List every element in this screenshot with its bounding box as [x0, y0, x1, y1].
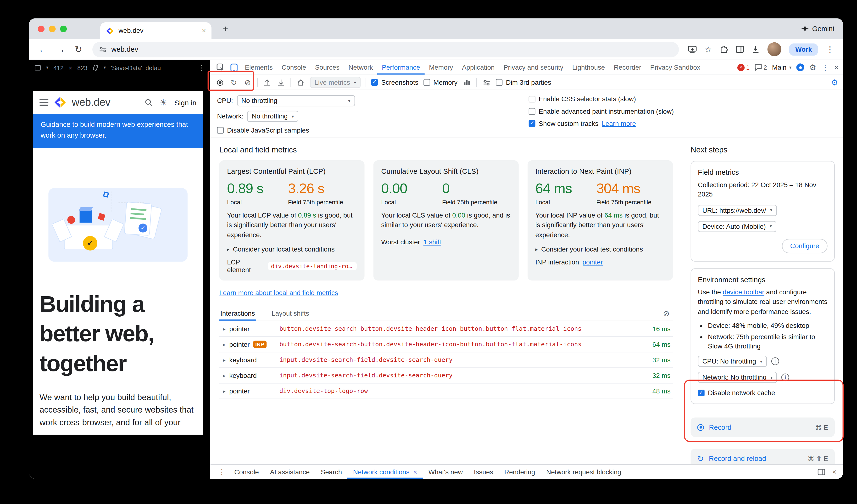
gauge-icon[interactable] [482, 78, 491, 87]
account-icon[interactable] [796, 63, 804, 71]
cls-worst-link[interactable]: 1 shift [423, 238, 441, 246]
field-url-select[interactable]: URL: https://web.dev/ ▾ [698, 205, 777, 216]
memory-checkbox[interactable]: Memory [423, 79, 457, 86]
devtools-settings-gear-icon[interactable]: ⚙ [809, 63, 816, 72]
maximize-window-button[interactable] [60, 26, 67, 32]
chevron-right-icon[interactable]: ▸ [219, 373, 229, 379]
interaction-selector[interactable]: div.devsite-top-logo-row [280, 387, 638, 394]
clear-icon[interactable]: ⊘ [243, 78, 252, 87]
cpu-throttle-select[interactable]: No throttling ▾ [237, 95, 355, 106]
devtools-close-icon[interactable]: × [834, 63, 839, 72]
custom-tracks-checkbox[interactable]: Show custom tracks Learn more [529, 120, 674, 128]
close-window-button[interactable] [38, 26, 45, 32]
interaction-selector[interactable]: button.devsite-search-button.devsite-hea… [280, 325, 638, 332]
back-button[interactable]: ← [34, 41, 51, 57]
chevron-down-icon[interactable]: ▾ [104, 65, 106, 70]
screenshots-checkbox[interactable]: Screenshots [371, 79, 418, 86]
configure-button[interactable]: Configure [782, 239, 827, 253]
history-select[interactable]: Live metrics ▾ [310, 77, 361, 88]
tab-interactions[interactable]: Interactions [219, 306, 256, 321]
drawer-tab-console[interactable]: Console [229, 465, 264, 478]
drawer-tab-whats-new[interactable]: What's new [423, 465, 468, 478]
interaction-selector[interactable]: input.devsite-search-field.devsite-searc… [280, 372, 638, 379]
tab-performance[interactable]: Performance [377, 60, 424, 74]
learn-local-field-link[interactable]: Learn more about local and field metrics [219, 289, 338, 297]
browser-menu-kebab-icon[interactable]: ⋮ [826, 44, 834, 54]
drawer-menu-kebab-icon[interactable]: ⋮ [215, 468, 229, 476]
interaction-row[interactable]: ▸ keyboard input.devsite-search-field.de… [219, 353, 673, 368]
inspect-element-icon[interactable] [214, 60, 227, 74]
chevron-right-icon[interactable]: ▸ [219, 326, 229, 332]
save-profile-icon[interactable] [276, 78, 285, 87]
lcp-test-conditions-disclosure[interactable]: ▸ Consider your local test conditions [227, 246, 357, 253]
split-panel-icon[interactable] [818, 468, 826, 475]
interaction-selector[interactable]: button.devsite-search-button.devsite-hea… [280, 341, 638, 348]
context-select[interactable]: Main ▾ [772, 63, 791, 71]
interaction-row[interactable]: ▸ pointerINP button.devsite-search-butto… [219, 337, 673, 353]
downloads-icon[interactable] [752, 46, 760, 53]
extensions-puzzle-icon[interactable] [720, 45, 728, 53]
profile-chip[interactable]: Work [789, 43, 818, 55]
issues-badge[interactable]: 2 [755, 64, 767, 71]
record-button[interactable]: Record ⌘ E [691, 418, 835, 437]
env-cpu-select[interactable]: CPU: No throttling ▾ [698, 356, 767, 367]
device-toolbar-link[interactable]: device toolbar [723, 288, 764, 296]
hamburger-menu-icon[interactable] [39, 99, 48, 106]
tab-recorder[interactable]: Recorder [609, 60, 646, 74]
tab-privacy-security[interactable]: Privacy and security [499, 60, 568, 74]
drawer-tab-close-icon[interactable]: × [414, 468, 417, 476]
drawer-tab-rendering[interactable]: Rendering [499, 465, 541, 478]
chevron-right-icon[interactable]: ▸ [219, 388, 229, 394]
address-bar[interactable]: web.dev [93, 41, 679, 57]
capture-settings-gear-icon[interactable]: ⚙ [831, 78, 838, 87]
tab-sources[interactable]: Sources [310, 60, 344, 74]
new-tab-button[interactable]: + [219, 23, 231, 35]
info-icon[interactable]: i [782, 374, 790, 382]
record-and-reload-icon[interactable]: ↻ [229, 78, 238, 87]
forward-button[interactable]: → [52, 41, 69, 57]
tab-layout-shifts[interactable]: Layout shifts [271, 306, 310, 321]
css-selector-stats-checkbox[interactable]: Enable CSS selector stats (slow) [529, 95, 674, 103]
chevron-right-icon[interactable]: ▸ [219, 341, 229, 347]
drawer-tab-network-request-blocking[interactable]: Network request blocking [541, 465, 627, 478]
interaction-row[interactable]: ▸ keyboard input.devsite-search-field.de… [219, 368, 673, 384]
drawer-tab-ai-assistance[interactable]: AI assistance [264, 465, 315, 478]
bookmark-star-icon[interactable]: ☆ [704, 44, 712, 54]
tab-close-icon[interactable]: × [202, 27, 206, 35]
disable-network-cache-checkbox[interactable]: Disable network cache [698, 389, 827, 397]
theme-toggle-sun-icon[interactable]: ☀ [159, 97, 167, 107]
device-toolbar-toggle-icon[interactable] [227, 60, 240, 74]
browser-tab[interactable]: web.dev × [100, 22, 212, 39]
paint-instrumentation-checkbox[interactable]: Enable advanced paint instrumentation (s… [529, 107, 674, 115]
dimensions-icon[interactable] [34, 65, 41, 70]
stats-chart-icon[interactable] [463, 78, 471, 87]
learn-more-link[interactable]: Learn more [602, 120, 636, 128]
live-metrics-home-icon[interactable] [296, 78, 305, 87]
tab-network[interactable]: Network [344, 60, 377, 74]
minimize-window-button[interactable] [49, 26, 56, 32]
tab-lighthouse[interactable]: Lighthouse [568, 60, 609, 74]
lcp-element-link[interactable]: div.devsite-landing-row-ite… [268, 262, 357, 270]
tab-console[interactable]: Console [277, 60, 310, 74]
install-icon[interactable] [688, 46, 696, 53]
clear-interactions-icon[interactable]: ⊘ [663, 309, 673, 318]
rotate-icon[interactable] [93, 65, 99, 71]
drawer-tab-issues[interactable]: Issues [468, 465, 499, 478]
field-device-select[interactable]: Device: Auto (Mobile) ▾ [698, 221, 776, 232]
device-width[interactable]: 412 [53, 64, 64, 71]
device-toolbar-kebab-icon[interactable]: ⋮ [198, 64, 205, 71]
chevron-down-icon[interactable]: ▾ [46, 65, 48, 70]
record-icon[interactable] [215, 78, 224, 87]
interaction-row[interactable]: ▸ pointer button.devsite-search-button.d… [219, 321, 673, 337]
drawer-close-icon[interactable]: × [832, 468, 836, 476]
tab-privacy-sandbox[interactable]: Privacy Sandbox [646, 60, 705, 74]
dim-third-parties-checkbox[interactable]: Dim 3rd parties [496, 79, 551, 86]
drawer-tab-network-conditions[interactable]: Network conditions × [348, 465, 423, 478]
tab-elements[interactable]: Elements [240, 60, 277, 74]
reload-button[interactable]: ↻ [70, 41, 87, 57]
network-throttle-select[interactable]: No throttling ▾ [247, 111, 298, 122]
chevron-right-icon[interactable]: ▸ [219, 357, 229, 363]
device-height[interactable]: 823 [77, 64, 87, 71]
tab-application[interactable]: Application [457, 60, 499, 74]
sign-in-link[interactable]: Sign in [174, 98, 197, 107]
